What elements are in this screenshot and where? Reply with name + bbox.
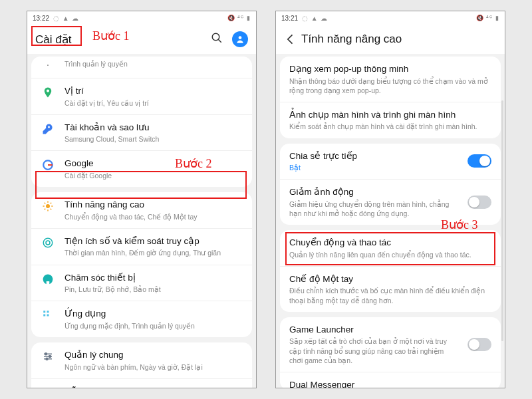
settings-row-advanced-features[interactable]: Tính năng nâng cao Chuyển động và thao t… — [31, 192, 252, 228]
back-button[interactable] — [284, 33, 297, 46]
settings-row-digital-wellbeing[interactable]: Tiện ích số và kiểm soát truy cập Thời g… — [31, 228, 252, 265]
svg-point-5 — [43, 238, 53, 247]
row-sub: Trình quản lý quyền — [65, 59, 243, 68]
wellbeing-icon — [41, 235, 55, 249]
scroll-indicator — [501, 100, 503, 341]
settings-row-general[interactable]: Quản lý chung Ngôn ngữ và bàn phím, Ngày… — [31, 342, 252, 378]
status-left-icons: ◌ ▲ ☁ — [53, 15, 79, 22]
row-screenshot-recorder[interactable]: Ảnh chụp màn hình và trình ghi màn hình … — [280, 102, 501, 138]
reduce-motion-toggle[interactable] — [467, 196, 491, 209]
settings-header: Cài đặt — [27, 25, 256, 54]
status-bar: 13:22 ◌ ▲ ☁ 🔇 ⁴ᴳ ▮ — [27, 11, 256, 25]
location-pin-icon — [41, 85, 55, 98]
settings-row-accounts[interactable]: Tài khoản và sao lưu Samsung Cloud, Smar… — [31, 114, 252, 151]
row-title: Ảnh chụp màn hình và trình ghi màn hình — [289, 109, 491, 121]
row-reduce-motion[interactable]: Giảm ảnh động Giảm hiệu ứng chuyển động … — [280, 179, 501, 225]
svg-point-14 — [45, 353, 47, 355]
row-sub: Chuyển động và thao tác, Chế độ Một tay — [65, 212, 243, 221]
phone-right-advanced-features: Bước 3 13:21 ◌ ▲ ☁ 🔇 ⁴ᴳ ▮ Tính năng nâng… — [275, 11, 505, 388]
row-title: Chia sẻ trực tiếp — [289, 150, 458, 162]
row-title: Google — [65, 158, 243, 170]
row-title: Giảm ảnh động — [289, 186, 458, 198]
key-icon — [41, 122, 55, 135]
svg-point-16 — [46, 358, 48, 360]
row-sub: Cài đặt vị trí, Yêu cầu vị trí — [65, 98, 243, 108]
privacy-icon: · — [41, 58, 55, 71]
status-right-icons: 🔇 ⁴ᴳ ▮ — [476, 15, 499, 21]
settings-row-apps[interactable]: Ứng dụng Ứng dụng mặc định, Trình quản l… — [31, 301, 252, 337]
device-care-icon — [41, 272, 55, 285]
row-title: Chăm sóc thiết bị — [65, 272, 243, 284]
row-title: Tài khoản và sao lưu — [65, 122, 243, 134]
row-sub: Ngôn ngữ và bàn phím, Ngày và giờ, Đặt l… — [65, 362, 243, 372]
search-icon[interactable] — [211, 32, 223, 47]
phone-left-settings: Bước 1 Bước 2 13:22 ◌ ▲ ☁ 🔇 ⁴ᴳ ▮ Cài đặt… — [27, 11, 257, 388]
status-time: 13:22 — [33, 15, 49, 22]
row-title: Vị trí — [65, 85, 243, 97]
game-launcher-toggle[interactable] — [467, 338, 491, 351]
svg-rect-8 — [47, 311, 49, 313]
svg-point-15 — [49, 356, 51, 358]
svg-point-4 — [46, 204, 50, 208]
settings-row-google[interactable]: Google Cài đặt Google — [31, 150, 252, 187]
settings-row-device-care[interactable]: Chăm sóc thiết bị Pin, Lưu trữ, Bộ nhớ, … — [31, 265, 252, 301]
settings-row-location[interactable]: Vị trí Cài đặt vị trí, Yêu cầu vị trí — [31, 78, 252, 114]
settings-row-support[interactable]: Hỗ trợ — [31, 378, 252, 388]
svg-point-2 — [239, 36, 242, 39]
row-title: Tiện ích số và kiểm soát truy cập — [65, 235, 243, 247]
svg-line-1 — [218, 39, 221, 43]
row-title: Quản lý chung — [65, 349, 243, 361]
row-direct-share[interactable]: Chia sẻ trực tiếp Bật — [280, 144, 501, 180]
accessibility-icon — [41, 386, 55, 388]
advanced-header: Tính năng nâng cao — [276, 25, 505, 54]
row-title: Tính năng nâng cao — [65, 199, 243, 211]
google-icon — [41, 158, 55, 171]
settings-list[interactable]: · Trình quản lý quyền Vị trí Cài đặt vị … — [27, 54, 256, 388]
status-bar: 13:21 ◌ ▲ ☁ 🔇 ⁴ᴳ ▮ — [276, 11, 505, 25]
row-title: Chuyển động và thao tác — [289, 237, 491, 249]
row-sub: Thời gian màn hình, Đếm giờ ứng dụng, Th… — [65, 248, 243, 257]
apps-grid-icon — [41, 308, 55, 321]
row-smart-popup[interactable]: Dạng xem pop-up thông minh Nhận thông bá… — [280, 57, 501, 102]
row-dual-messenger[interactable]: Dual Messenger — [280, 372, 501, 388]
svg-rect-7 — [43, 311, 45, 313]
row-sub: Cài đặt Google — [65, 171, 243, 180]
svg-rect-10 — [47, 315, 49, 317]
row-one-handed[interactable]: Chế độ Một tay Điều chỉnh kích thước và … — [280, 266, 501, 312]
status-time: 13:21 — [281, 15, 298, 22]
profile-avatar[interactable] — [232, 31, 248, 47]
svg-rect-9 — [43, 315, 45, 317]
settings-row-privacy[interactable]: · Trình quản lý quyền — [31, 57, 252, 78]
row-sub: Giảm hiệu ứng chuyển động trên màn hình,… — [289, 200, 458, 218]
row-motions-gestures[interactable]: Chuyển động và thao tác Quản lý tính năn… — [280, 230, 501, 266]
row-sub: Quản lý tính năng liên quan đến chuyển đ… — [289, 250, 491, 259]
row-title: Game Launcher — [289, 324, 458, 336]
svg-point-0 — [212, 33, 219, 41]
direct-share-toggle[interactable] — [467, 154, 491, 168]
row-title: Dạng xem pop-up thông minh — [289, 63, 491, 75]
sliders-icon — [41, 349, 55, 362]
row-sub: Kiểm soát ảnh chụp màn hình và cài đặt t… — [289, 122, 491, 131]
page-title: Tính năng nâng cao — [301, 33, 402, 46]
row-title: Ứng dụng — [65, 308, 243, 320]
row-sub: Nhận thông báo dưới dạng biểu tượng có t… — [289, 76, 491, 95]
row-sub: Sắp xếp tất cả trò chơi của bạn ở một nơ… — [289, 336, 458, 365]
row-title: Dual Messenger — [289, 379, 491, 388]
row-sub: Ứng dụng mặc định, Trình quản lý quyền — [65, 321, 243, 331]
row-game-launcher[interactable]: Game Launcher Sắp xếp tất cả trò chơi củ… — [280, 317, 501, 372]
row-sub: Điều chỉnh kích thước và bố cục màn hình… — [289, 286, 491, 305]
gear-plus-icon — [41, 199, 55, 212]
svg-point-6 — [46, 241, 50, 245]
advanced-list[interactable]: Dạng xem pop-up thông minh Nhận thông bá… — [276, 54, 505, 388]
status-right-icons: 🔇 ⁴ᴳ ▮ — [227, 15, 251, 21]
row-sub: Bật — [289, 163, 458, 172]
row-sub: Samsung Cloud, Smart Switch — [65, 134, 243, 144]
status-left-icons: ◌ ▲ ☁ — [302, 15, 328, 22]
page-title: Cài đặt — [35, 33, 71, 47]
row-title: Chế độ Một tay — [289, 273, 491, 285]
row-sub: Pin, Lưu trữ, Bộ nhớ, Bảo mật — [65, 285, 243, 294]
row-title: Hỗ trợ — [65, 386, 243, 388]
